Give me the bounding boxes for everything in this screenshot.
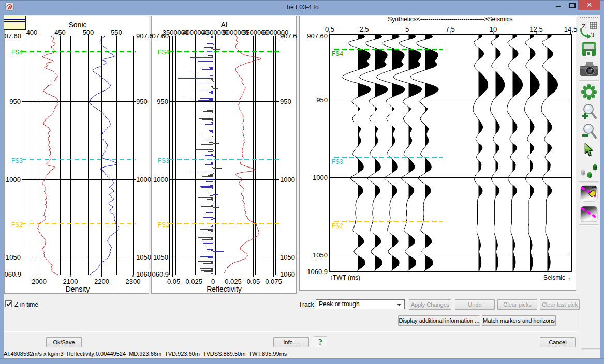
svg-text:Sonic: Sonic [68,21,86,29]
svg-text:FS2: FS2 [332,222,343,230]
svg-text:07.60: 07.60 [4,32,21,40]
svg-text:950: 950 [280,98,291,105]
svg-text:FS3: FS3 [158,157,169,164]
svg-text:Reflectivity: Reflectivity [207,285,242,293]
svg-text:↑TWT (ms): ↑TWT (ms) [330,274,360,281]
svg-text:Density: Density [66,285,90,293]
svg-text:907.6: 907.6 [280,32,297,40]
svg-text:1000: 1000 [153,176,168,184]
svg-text:950: 950 [9,98,21,105]
svg-text:950: 950 [136,98,148,105]
svg-text:1050: 1050 [136,253,151,261]
svg-text:1060.9: 1060.9 [307,268,328,276]
svg-text:1050: 1050 [313,251,328,259]
svg-text:2,5: 2,5 [359,25,369,33]
svg-text:-0.025: -0.025 [183,278,202,285]
svg-text:FS2: FS2 [158,221,169,229]
svg-text:5: 5 [405,25,409,33]
svg-text:0.05: 0.05 [247,278,260,285]
svg-text:FS2: FS2 [11,221,23,229]
svg-text:060.9: 060.9 [152,270,169,278]
svg-text:FS3: FS3 [332,158,343,165]
svg-text:10: 10 [490,25,497,33]
svg-text:907.6: 907.6 [136,32,153,40]
svg-text:060.9: 060.9 [4,270,21,278]
svg-text:AI: AI [220,21,227,29]
svg-text:-0.05: -0.05 [165,278,181,285]
svg-text:Seismic→: Seismic→ [543,274,571,281]
svg-text:950: 950 [316,96,328,104]
svg-text:FS3: FS3 [11,157,23,164]
svg-text:2100: 2100 [63,278,78,285]
svg-text:2200: 2200 [94,278,109,285]
svg-text:14,5: 14,5 [564,25,577,33]
svg-text:2000: 2000 [32,278,47,285]
svg-text:0: 0 [211,278,215,285]
svg-text:1050: 1050 [153,253,168,261]
svg-text:1060: 1060 [136,270,151,278]
svg-text:1050: 1050 [6,253,21,261]
svg-text:907.60: 907.60 [307,32,328,40]
svg-text:1000: 1000 [280,176,295,184]
svg-text:FS4: FS4 [158,49,169,56]
svg-text:12,5: 12,5 [529,25,542,33]
svg-text:1000: 1000 [313,174,328,181]
svg-text:2300: 2300 [126,278,141,285]
svg-text:FS4: FS4 [11,49,23,56]
svg-text:7,5: 7,5 [446,25,455,33]
svg-text:1050: 1050 [280,253,295,261]
svg-text:1000: 1000 [6,176,21,184]
svg-text:07.60: 07.60 [152,32,169,40]
svg-text:1060: 1060 [280,270,295,278]
svg-text:0.025: 0.025 [225,278,242,285]
svg-text:0.075: 0.075 [265,278,282,285]
svg-text:1000: 1000 [136,176,151,184]
svg-text:Synthetics<-------------------: Synthetics<-----------------------------… [388,16,512,23]
svg-text:FS4: FS4 [332,50,343,57]
svg-text:950: 950 [157,98,168,105]
